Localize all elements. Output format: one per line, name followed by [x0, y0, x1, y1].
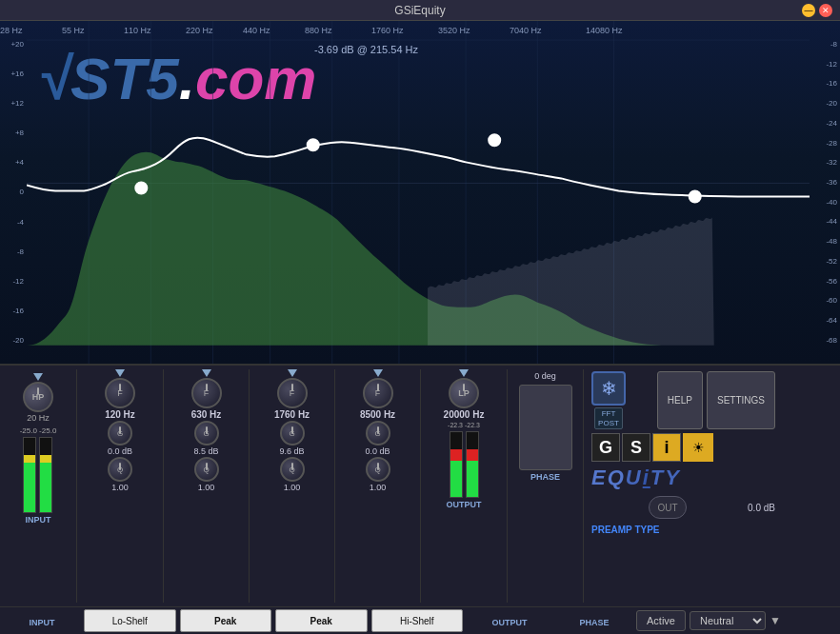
title-bar: GSiEquity — ✕: [0, 0, 840, 21]
out-section: OUT 0.0 dB: [591, 494, 775, 521]
eq-curve-svg: [27, 21, 810, 364]
band-2: F 630 Hz G 8.5 dB Q 1.00: [163, 369, 249, 603]
gsi-logo: G S i ☀: [591, 433, 775, 462]
close-button[interactable]: ✕: [819, 4, 832, 17]
window-controls: — ✕: [802, 4, 832, 17]
band1-q: 1.00: [111, 483, 129, 492]
band4-g-knob[interactable]: G: [366, 421, 390, 446]
band2-g-knob[interactable]: G: [194, 421, 219, 446]
hp-knob-container: HP 20 Hz: [23, 373, 53, 423]
output-bottom: OUTPUT: [467, 612, 552, 629]
controls-area: HP 20 Hz -25.0 -25.0: [0, 364, 840, 634]
freq-label-1760: 1760 Hz: [371, 26, 404, 35]
band4-f-knob[interactable]: F: [363, 378, 393, 408]
svg-point-12: [308, 139, 319, 150]
phase-label: PHASE: [530, 472, 560, 482]
svg-point-11: [135, 182, 147, 193]
hp-knob[interactable]: HP: [23, 382, 53, 412]
db-labels-right: -8 -12 -16 -20 -24 -28 -32 -36 -40 -44 -…: [810, 40, 840, 345]
band2-gain: 8.5 dB: [193, 446, 218, 456]
band1-gain: 0.0 dB: [108, 446, 132, 456]
phase-bottom: PHASE: [556, 612, 632, 629]
band1-f-knob[interactable]: F: [105, 378, 135, 408]
band3-g-knob[interactable]: G: [280, 421, 305, 446]
svg-point-14: [690, 190, 701, 202]
phase-section: 0 deg PHASE: [507, 369, 583, 603]
lp-output-section: LP 20000 Hz -22.3 -22.3: [420, 369, 507, 603]
freq-label-28: 28 Hz: [0, 26, 23, 35]
freq-label-110: 110 Hz: [124, 26, 151, 35]
preamp-section: PREAMP TYPE: [591, 525, 775, 535]
band4-q: 1.00: [370, 483, 387, 492]
freeze-button[interactable]: ❄: [591, 371, 626, 406]
band2-f-knob[interactable]: F: [191, 378, 222, 408]
band-3: F 1760 Hz G 9.6 dB Q 1.00: [249, 369, 334, 603]
output-vu-left: [450, 431, 463, 498]
freq-label-14080: 14080 Hz: [586, 26, 623, 35]
band1-freq: 120 Hz: [105, 409, 135, 420]
db-labels-left: +20 +16 +12 +8 +4 0 -4 -8 -12 -16 -20: [0, 40, 27, 345]
input-vu-right: [39, 437, 52, 513]
active-button[interactable]: Active: [636, 610, 686, 631]
bottom-type-row: INPUT Lo-Shelf Peak Peak Hi-Shelf OUTPUT…: [0, 606, 840, 634]
band4-q-knob[interactable]: Q: [366, 457, 390, 482]
band2-q-knob[interactable]: Q: [194, 457, 219, 482]
band1-q-knob[interactable]: Q: [108, 457, 132, 482]
input-vu-meters: [23, 437, 52, 513]
active-preamp-row: Active Neutral Vintage Modern Warm Brigh…: [636, 610, 836, 631]
output-label: OUTPUT: [447, 500, 482, 509]
band3-f-knob[interactable]: F: [277, 378, 308, 408]
output-vu-meters: [450, 431, 479, 498]
band4-type-button[interactable]: Hi-Shelf: [371, 609, 464, 632]
band3-gain: 9.6 dB: [279, 446, 304, 456]
lp-knob[interactable]: LP: [449, 378, 479, 408]
svg-point-13: [489, 134, 500, 146]
minimize-button[interactable]: —: [802, 4, 815, 17]
band-1: F 120 Hz G 0.0 dB Q 1.00: [77, 369, 163, 603]
settings-button[interactable]: SETTINGS: [707, 371, 775, 429]
band3-q: 1.00: [284, 483, 301, 492]
input-label: INPUT: [25, 515, 50, 525]
band3-q-knob[interactable]: Q: [280, 457, 305, 482]
preamp-chevron: ▼: [770, 614, 781, 627]
band3-freq: 1760 Hz: [274, 409, 310, 420]
gsi-g: G: [591, 433, 620, 462]
phase-deg-value: 0 deg: [534, 371, 556, 381]
band2-q: 1.00: [198, 483, 215, 492]
band2-type-button[interactable]: Peak: [180, 609, 272, 632]
phase-display[interactable]: [519, 385, 572, 470]
preamp-type-select[interactable]: Neutral Vintage Modern Warm Bright: [690, 611, 766, 630]
eq-display: 28 Hz 55 Hz 110 Hz 220 Hz 440 Hz 880 Hz …: [0, 21, 840, 364]
equity-logo: EQ U i TY: [591, 466, 775, 490]
input-peak-labels: -25.0 -25.0: [20, 426, 57, 435]
output-db-value: 0.0 dB: [748, 503, 775, 513]
fft-label: FFTPOST: [594, 407, 623, 429]
freq-label-7040: 7040 Hz: [510, 26, 542, 35]
gsi-sun: ☀: [683, 433, 713, 462]
freq-label-3520: 3520 Hz: [438, 26, 470, 35]
freq-labels: 28 Hz 55 Hz 110 Hz 220 Hz 440 Hz 880 Hz …: [0, 21, 810, 40]
freq-label-55: 55 Hz: [62, 26, 85, 35]
eq-info-text: -3.69 dB @ 215.54 Hz: [314, 44, 418, 55]
input-vu-left: [23, 437, 36, 513]
band-4: F 8500 Hz G 0.0 dB Q 1.00: [334, 369, 420, 603]
band2-freq: 630 Hz: [191, 409, 222, 420]
output-peak-labels: -22.3 -22.3: [448, 422, 480, 428]
lp-freq: 20000 Hz: [444, 409, 485, 420]
preamp-label: PREAMP TYPE: [591, 525, 660, 535]
input-bottom: INPUT: [4, 612, 80, 629]
input-section: HP 20 Hz -25.0 -25.0: [0, 369, 76, 603]
freq-label-220: 220 Hz: [186, 26, 213, 35]
help-settings-buttons: HELP SETTINGS: [630, 371, 775, 429]
help-button[interactable]: HELP: [657, 371, 703, 429]
band3-type-button[interactable]: Peak: [275, 609, 368, 632]
right-panel: ❄ FFTPOST HELP SETTINGS G S i ☀: [583, 369, 783, 603]
eq-bands: F 120 Hz G 0.0 dB Q 1.00 F 630 Hz: [76, 369, 420, 603]
gsi-s: S: [622, 433, 650, 462]
band1-type-button[interactable]: Lo-Shelf: [84, 609, 176, 632]
help-settings-row: ❄ FFTPOST HELP SETTINGS: [591, 371, 775, 429]
output-vu-right: [466, 431, 479, 498]
window-title: GSiEquity: [394, 4, 445, 17]
band1-g-knob[interactable]: G: [108, 421, 132, 446]
out-button[interactable]: OUT: [649, 496, 687, 519]
